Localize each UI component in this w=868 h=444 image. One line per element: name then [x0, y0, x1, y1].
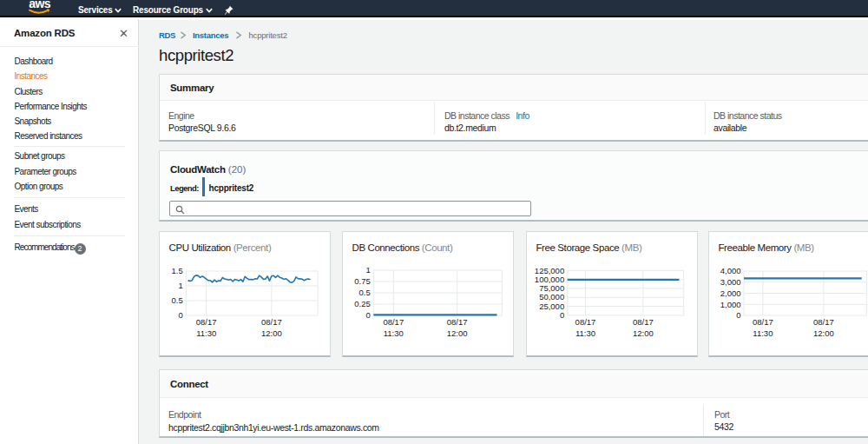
svg-text:12:00: 12:00 — [447, 328, 468, 338]
svg-text:Freeable Memory (MB): Freeable Memory (MB) — [719, 242, 815, 253]
svg-text:11:30: 11:30 — [196, 328, 216, 338]
svg-text:4,000: 4,000 — [720, 266, 741, 275]
svg-text:0.5: 0.5 — [359, 288, 371, 297]
svg-text:08/17: 08/17 — [813, 317, 834, 327]
svg-text:DB Connections (Count): DB Connections (Count) — [352, 242, 453, 253]
svg-text:1: 1 — [366, 265, 371, 275]
svg-text:Free Storage Space (MB): Free Storage Space (MB) — [536, 242, 642, 253]
svg-text:0: 0 — [560, 310, 564, 320]
svg-text:aws: aws — [29, 0, 51, 10]
svg-text:1.5: 1.5 — [171, 266, 182, 275]
svg-text:08/17: 08/17 — [383, 317, 404, 327]
svg-text:11:30: 11:30 — [753, 328, 773, 338]
svg-text:08/17: 08/17 — [753, 317, 773, 327]
svg-text:08/17: 08/17 — [633, 317, 654, 327]
svg-text:11:30: 11:30 — [575, 328, 595, 338]
svg-text:11:30: 11:30 — [384, 328, 404, 338]
svg-text:25,000: 25,000 — [539, 302, 564, 311]
svg-text:0.75: 0.75 — [354, 276, 371, 286]
svg-text:3,000: 3,000 — [720, 277, 741, 287]
svg-text:08/17: 08/17 — [447, 317, 468, 327]
svg-text:08/17: 08/17 — [575, 317, 596, 327]
svg-text:12:00: 12:00 — [633, 328, 654, 338]
svg-text:12:00: 12:00 — [813, 328, 834, 338]
svg-text:0: 0 — [736, 310, 740, 320]
svg-text:1: 1 — [178, 281, 182, 290]
svg-text:0.5: 0.5 — [171, 295, 182, 305]
svg-text:2,000: 2,000 — [720, 288, 741, 298]
svg-text:12:00: 12:00 — [261, 328, 282, 338]
svg-text:0.25: 0.25 — [354, 299, 371, 308]
svg-text:08/17: 08/17 — [261, 317, 282, 327]
svg-text:CPU Utilization (Percent): CPU Utilization (Percent) — [169, 242, 272, 253]
svg-text:0: 0 — [178, 310, 182, 320]
svg-text:08/17: 08/17 — [196, 317, 217, 327]
svg-text:1,000: 1,000 — [720, 300, 741, 309]
svg-text:0: 0 — [366, 310, 371, 320]
